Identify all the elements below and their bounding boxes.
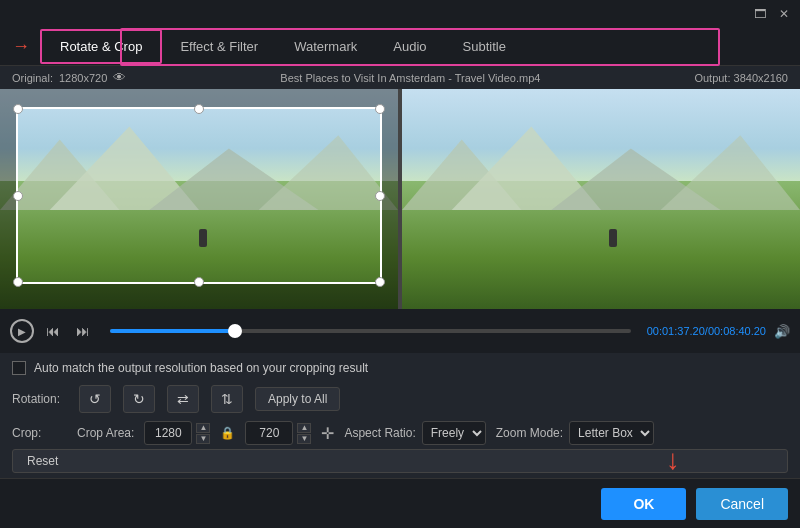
tab-audio[interactable]: Audio [375,31,444,62]
rotation-label: Rotation: [12,392,67,406]
mountain-svg-right [402,122,800,210]
original-label: Original: [12,72,53,84]
tab-rotate-crop[interactable]: Rotate & Crop [40,29,162,64]
arrow-annotation: → [12,36,30,57]
apply-to-all-button[interactable]: Apply to All [255,387,340,411]
flip-horizontal-button[interactable]: ⇄ [167,385,199,413]
ok-button[interactable]: OK [601,488,686,520]
video-panel-left [0,89,400,309]
aspect-ratio-select[interactable]: Freely [422,421,486,445]
crop-move-icon[interactable]: ✛ [321,424,334,443]
zoom-mode-label: Zoom Mode: [496,426,563,440]
time-total: 00:08:40.20 [708,325,766,337]
crop-row: Crop: Crop Area: ▲ ▼ 🔒 ▲ ▼ ✛ Aspect Rati… [12,421,788,445]
height-up-button[interactable]: ▲ [297,423,311,433]
width-input-group: ▲ ▼ [144,421,210,445]
action-bar: OK Cancel [0,478,800,528]
rotate-right-icon: ↻ [133,391,145,407]
aspect-ratio-label: Aspect Ratio: [344,426,415,440]
video-preview-area [0,89,800,309]
crop-handle-tm[interactable] [194,104,204,114]
rotation-row: Rotation: ↺ ↻ ⇄ ⇅ Apply to All [12,385,788,413]
time-current: 00:01:37.20 [647,325,705,337]
zoom-mode-group: Zoom Mode: Letter Box [496,421,654,445]
tab-subtitle[interactable]: Subtitle [445,31,524,62]
width-spinner: ▲ ▼ [196,423,210,444]
aspect-ratio-group: Aspect Ratio: Freely [344,421,485,445]
tab-watermark[interactable]: Watermark [276,31,375,62]
progress-fill [110,329,235,333]
crop-height-input[interactable] [245,421,293,445]
playback-bar: ▶ ⏮ ⏭ 00:01:37.20/00:08:40.20 🔊 [0,309,800,353]
flip-h-icon: ⇄ [177,391,189,407]
lock-icon[interactable]: 🔒 [220,426,235,440]
rotate-left-button[interactable]: ↺ [79,385,111,413]
flip-vertical-button[interactable]: ⇅ [211,385,243,413]
zoom-mode-select[interactable]: Letter Box [569,421,654,445]
controls-area: Auto match the output resolution based o… [0,353,800,481]
tab-effect-filter[interactable]: Effect & Filter [162,31,276,62]
crop-handle-bl[interactable] [13,277,23,287]
output-label: Output: [694,72,730,84]
width-up-button[interactable]: ▲ [196,423,210,433]
rotate-left-icon: ↺ [89,391,101,407]
prev-button[interactable]: ⏮ [42,321,64,341]
auto-match-row: Auto match the output resolution based o… [12,361,788,375]
original-resolution: 1280x720 [59,72,107,84]
progress-track[interactable] [110,329,631,333]
crop-handle-br[interactable] [375,277,385,287]
auto-match-label: Auto match the output resolution based o… [34,361,368,375]
crop-label: Crop: [12,426,67,440]
crop-handle-tl[interactable] [13,104,23,114]
flip-v-icon: ⇅ [221,391,233,407]
output-resolution: 3840x2160 [734,72,788,84]
height-input-group: ▲ ▼ [245,421,311,445]
next-frame-button[interactable]: ⏭ [72,321,94,341]
height-down-button[interactable]: ▼ [297,434,311,444]
crop-width-input[interactable] [144,421,192,445]
title-bar: 🗖 ✕ [0,0,800,28]
crop-overlay[interactable] [16,107,382,284]
time-display: 00:01:37.20/00:08:40.20 [647,325,766,337]
volume-icon[interactable]: 🔊 [774,324,790,339]
crop-handle-ml[interactable] [13,191,23,201]
crop-area-label: Crop Area: [77,426,134,440]
minimize-button[interactable]: 🗖 [752,6,768,22]
rotate-right-button[interactable]: ↻ [123,385,155,413]
tab-bar: → Rotate & Crop Effect & Filter Watermar… [0,28,800,66]
crop-handle-bm[interactable] [194,277,204,287]
svg-marker-7 [661,135,800,210]
width-down-button[interactable]: ▼ [196,434,210,444]
progress-thumb[interactable] [228,324,242,338]
cancel-button[interactable]: Cancel [696,488,788,520]
height-spinner: ▲ ▼ [297,423,311,444]
filename: Best Places to Visit In Amsterdam - Trav… [280,72,540,84]
crop-handle-tr[interactable] [375,104,385,114]
reset-button[interactable]: Reset [12,449,788,473]
close-button[interactable]: ✕ [776,6,792,22]
eye-icon[interactable]: 👁 [113,70,126,85]
video-panel-right [402,89,800,309]
auto-match-checkbox[interactable] [12,361,26,375]
preview-bar: Original: 1280x720 👁 Best Places to Visi… [0,66,800,89]
play-button[interactable]: ▶ [10,319,34,343]
scene-figure-right [609,229,617,247]
crop-handle-mr[interactable] [375,191,385,201]
